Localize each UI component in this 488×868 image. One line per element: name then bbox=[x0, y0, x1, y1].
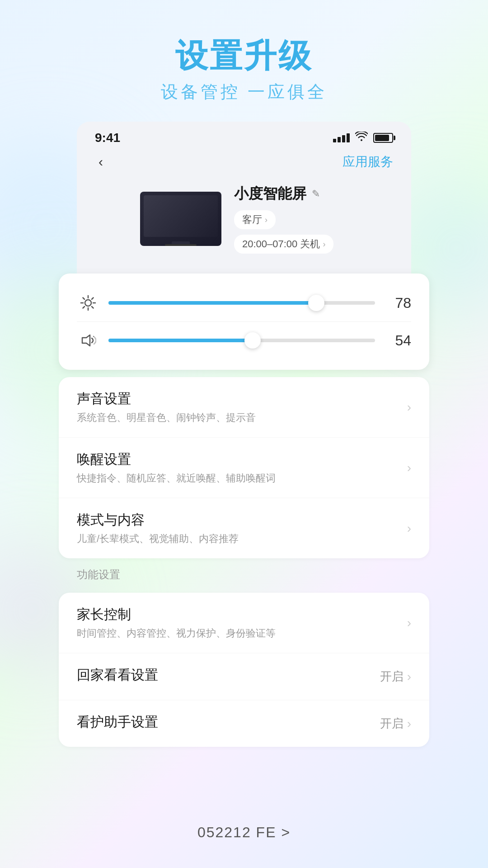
slider-divider bbox=[77, 321, 411, 322]
volume-row: 54 bbox=[77, 325, 411, 356]
brightness-row: 78 bbox=[77, 287, 411, 319]
settings-section-1: 声音设置 系统音色、明星音色、闹钟铃声、提示音 › 唤醒设置 快捷指令、随机应答… bbox=[59, 377, 429, 558]
chevron-right-icon: › bbox=[407, 717, 411, 731]
settings-item-desc: 儿童/长辈模式、视觉辅助、内容推荐 bbox=[77, 532, 407, 546]
svg-line-8 bbox=[92, 298, 94, 300]
settings-item-home-view[interactable]: 回家看看设置 开启 › bbox=[59, 653, 429, 700]
settings-item-sound[interactable]: 声音设置 系统音色、明星音色、闹钟铃声、提示音 › bbox=[59, 377, 429, 438]
settings-item-title: 模式与内容 bbox=[77, 511, 407, 529]
slider-card: 78 bbox=[50, 274, 438, 370]
battery-fill bbox=[375, 135, 389, 141]
signal-icon bbox=[333, 133, 350, 142]
wifi-icon bbox=[355, 132, 368, 144]
brightness-icon bbox=[77, 292, 99, 314]
status-text-home: 开启 bbox=[380, 669, 404, 684]
bottom-text: 052212 FE > bbox=[0, 824, 488, 841]
device-name: 小度智能屏 bbox=[234, 184, 306, 204]
status-text-care: 开启 bbox=[380, 716, 404, 731]
nav-bar: ‹ 应用服务 bbox=[95, 145, 393, 175]
tv-base bbox=[165, 244, 197, 246]
main-title: 设置升级 bbox=[0, 36, 488, 75]
device-location-tag[interactable]: 客厅 › bbox=[234, 210, 276, 229]
content-area: 设置升级 设备管控 一应俱全 9:41 bbox=[0, 0, 488, 747]
tv-image bbox=[140, 192, 221, 246]
status-icons bbox=[333, 132, 393, 144]
chevron-right-icon: › bbox=[407, 670, 411, 684]
settings-item-right: 开启 › bbox=[380, 669, 411, 684]
brightness-track[interactable] bbox=[108, 301, 375, 305]
brightness-thumb[interactable] bbox=[308, 295, 324, 311]
device-info: 小度智能屏 ✎ 客厅 › 20:00–07:00 关机 › bbox=[234, 184, 348, 254]
chevron-icon: › bbox=[323, 240, 325, 249]
svg-line-5 bbox=[83, 298, 85, 300]
volume-track[interactable] bbox=[108, 339, 375, 342]
edit-icon[interactable]: ✎ bbox=[312, 188, 320, 200]
svg-line-7 bbox=[83, 307, 85, 308]
status-bar: 9:41 bbox=[95, 131, 393, 145]
settings-item-care[interactable]: 看护助手设置 开启 › bbox=[59, 700, 429, 747]
chevron-icon: › bbox=[265, 215, 267, 225]
svg-line-6 bbox=[92, 307, 94, 308]
back-button[interactable]: ‹ bbox=[95, 152, 107, 171]
battery-icon bbox=[373, 133, 393, 143]
svg-point-0 bbox=[85, 300, 91, 306]
settings-item-wake[interactable]: 唤醒设置 快捷指令、随机应答、就近唤醒、辅助唤醒词 › bbox=[59, 438, 429, 498]
volume-value: 54 bbox=[384, 332, 411, 349]
settings-item-title: 唤醒设置 bbox=[77, 450, 407, 469]
chevron-right-icon: › bbox=[407, 521, 411, 536]
volume-icon bbox=[77, 329, 99, 352]
header-section: 设置升级 设备管控 一应俱全 bbox=[0, 0, 488, 122]
device-tags: 客厅 › 20:00–07:00 关机 › bbox=[234, 210, 348, 254]
device-name-row: 小度智能屏 ✎ bbox=[234, 184, 348, 204]
settings-item-desc: 时间管控、内容管控、视力保护、身份验证等 bbox=[77, 627, 407, 640]
section-label: 功能设置 bbox=[59, 558, 429, 585]
settings-item-right: 开启 › bbox=[380, 716, 411, 731]
app-service-button[interactable]: 应用服务 bbox=[343, 153, 393, 170]
device-card: 小度智能屏 ✎ 客厅 › 20:00–07:00 关机 › bbox=[122, 175, 366, 267]
tv-screen bbox=[144, 195, 218, 237]
settings-item-desc: 系统音色、明星音色、闹钟铃声、提示音 bbox=[77, 411, 407, 425]
svg-marker-9 bbox=[82, 335, 90, 346]
settings-item-mode[interactable]: 模式与内容 儿童/长辈模式、视觉辅助、内容推荐 › bbox=[59, 498, 429, 558]
settings-item-desc: 快捷指令、随机应答、就近唤醒、辅助唤醒词 bbox=[77, 472, 407, 485]
slider-card-inner: 78 bbox=[59, 274, 429, 370]
status-card: 9:41 bbox=[77, 122, 411, 278]
settings-item-title: 家长控制 bbox=[77, 605, 407, 624]
chevron-right-icon: › bbox=[407, 461, 411, 475]
brightness-value: 78 bbox=[384, 295, 411, 311]
sub-title: 设备管控 一应俱全 bbox=[0, 80, 488, 104]
phone-container: 9:41 bbox=[50, 122, 438, 747]
settings-item-title: 声音设置 bbox=[77, 390, 407, 408]
brightness-fill bbox=[108, 301, 316, 305]
settings-section-2: 家长控制 时间管控、内容管控、视力保护、身份验证等 › 回家看看设置 开启 › bbox=[59, 593, 429, 747]
chevron-right-icon: › bbox=[407, 400, 411, 415]
chevron-right-icon: › bbox=[407, 616, 411, 630]
device-schedule-tag[interactable]: 20:00–07:00 关机 › bbox=[234, 235, 333, 254]
settings-item-parental[interactable]: 家长控制 时间管控、内容管控、视力保护、身份验证等 › bbox=[59, 593, 429, 653]
status-time: 9:41 bbox=[95, 131, 120, 145]
volume-thumb[interactable] bbox=[244, 332, 261, 349]
settings-item-title: 看护助手设置 bbox=[77, 713, 380, 731]
page-wrapper: 设置升级 设备管控 一应俱全 9:41 bbox=[0, 0, 488, 868]
settings-item-title: 回家看看设置 bbox=[77, 666, 380, 684]
volume-fill bbox=[108, 339, 253, 342]
